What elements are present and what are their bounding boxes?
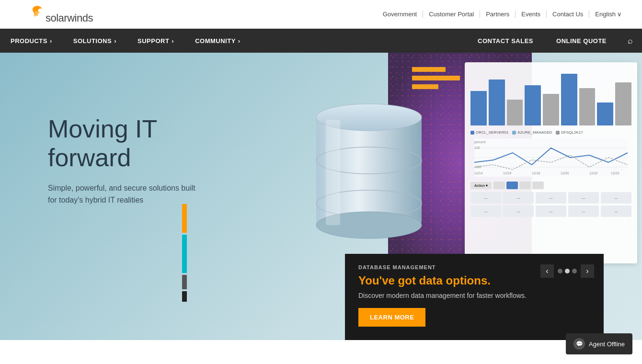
card-dots <box>558 269 577 273</box>
online-quote-button[interactable]: ONLINE QUOTE <box>545 29 618 53</box>
database-visual <box>307 77 431 268</box>
line-chart: 12/14 12/16 12/18 12/20 12/22 12/23 perc… <box>470 138 631 177</box>
deco-bar-gray <box>182 275 187 289</box>
arrow-right-icon: › <box>586 267 588 275</box>
svg-text:12/20: 12/20 <box>561 171 569 175</box>
svg-text:12/18: 12/18 <box>532 171 540 175</box>
nav-solutions-label: SOLUTIONS <box>73 37 112 45</box>
card-dot-3[interactable] <box>572 269 577 273</box>
chat-icon: 💬 <box>573 338 585 350</box>
nav-support[interactable]: SUPPORT › <box>127 29 184 53</box>
nav-products-label: PRODUCTS <box>11 37 47 45</box>
logo[interactable]: solarwinds <box>14 2 110 26</box>
deco-bar-black <box>182 291 187 302</box>
bar-5 <box>543 94 559 125</box>
hero-title: Moving ITforward <box>48 115 201 172</box>
top-links: Government Customer Portal Partners Even… <box>377 11 628 18</box>
card-description: Discover modern data management for fast… <box>358 292 590 299</box>
y-bar-1 <box>412 67 446 72</box>
data-grid: — — — — — — — — — — <box>470 192 631 217</box>
svg-text:percent: percent <box>474 140 485 144</box>
svg-text:12/14: 12/14 <box>474 171 483 175</box>
toggle-4[interactable] <box>532 182 544 189</box>
bar-7 <box>579 88 596 125</box>
grid-cell-4: — <box>568 192 599 204</box>
top-bar: solarwinds Government Customer Portal Pa… <box>0 0 642 29</box>
language-label: English <box>595 11 616 18</box>
logo-area[interactable]: solarwinds <box>14 2 110 26</box>
card-dot-2[interactable] <box>565 269 570 273</box>
action-row: Action ▾ <box>470 182 631 189</box>
agent-offline-widget[interactable]: 💬 Agent Offline <box>566 333 632 354</box>
svg-text:12/23: 12/23 <box>611 171 619 175</box>
search-button[interactable]: ⌕ <box>618 29 642 53</box>
solutions-chevron-icon: › <box>114 37 116 45</box>
grid-cell-2: — <box>503 192 534 204</box>
government-link[interactable]: Government <box>377 11 424 18</box>
grid-cell-9: — <box>568 205 599 217</box>
grid-cell-5: — <box>601 192 631 204</box>
nav-bar: PRODUCTS › SOLUTIONS › SUPPORT › COMMUNI… <box>0 29 642 53</box>
deco-bar-cyan <box>182 235 187 273</box>
bar-3 <box>507 100 523 125</box>
nav-right: CONTACT SALES ONLINE QUOTE ⌕ <box>466 29 642 53</box>
svg-text:100: 100 <box>474 146 480 149</box>
toggle-buttons <box>493 182 544 189</box>
legend-1: ORCL_SERVER01 <box>470 130 508 135</box>
svg-text:solarwinds: solarwinds <box>46 12 93 24</box>
grid-cell-6: — <box>470 205 501 217</box>
chart-legend: ORCL_SERVER01 AZURE_MANAGED DFSQL2K17 <box>470 130 631 135</box>
card-next-button[interactable]: › <box>581 264 594 278</box>
legend-3: DFSQL2K17 <box>556 130 583 135</box>
bar-1 <box>470 91 487 125</box>
chat-bubble-icon: 💬 <box>576 341 583 347</box>
grid-cell-1: — <box>470 192 501 204</box>
community-chevron-icon: › <box>238 37 241 45</box>
card-overlay: ‹ › DATABASE MANAGEMENT You've got data … <box>345 254 604 340</box>
contact-sales-label: CONTACT SALES <box>478 37 533 45</box>
online-quote-label: ONLINE QUOTE <box>556 37 607 45</box>
decorative-bars <box>182 204 187 302</box>
nav-community-label: COMMUNITY <box>195 37 236 45</box>
nav-products[interactable]: PRODUCTS › <box>0 29 63 53</box>
toggle-1[interactable] <box>493 182 505 189</box>
svg-text:12/22: 12/22 <box>589 171 598 175</box>
card-prev-button[interactable]: ‹ <box>540 264 554 278</box>
svg-rect-6 <box>326 120 340 225</box>
contact-us-link[interactable]: Contact Us <box>547 11 589 18</box>
hero-subtitle: Simple, powerful, and secure solutions b… <box>48 182 201 206</box>
legend-label-2: AZURE_MANAGED <box>517 130 552 135</box>
legend-dot-3 <box>556 131 560 135</box>
toggle-3[interactable] <box>519 182 531 189</box>
legend-dot-2 <box>512 131 516 135</box>
contact-sales-button[interactable]: CONTACT SALES <box>466 29 545 53</box>
search-icon: ⌕ <box>628 36 633 46</box>
language-selector[interactable]: English ∨ <box>589 11 628 18</box>
grid-cell-3: — <box>536 192 566 204</box>
nav-solutions[interactable]: SOLUTIONS › <box>63 29 127 53</box>
toggle-2[interactable] <box>506 182 518 189</box>
nav-support-label: SUPPORT <box>138 37 169 45</box>
partners-link[interactable]: Partners <box>480 11 516 18</box>
grid-cell-8: — <box>536 205 566 217</box>
card-navigation: ‹ › <box>540 264 594 278</box>
hero-text-block: Moving ITforward Simple, powerful, and s… <box>48 115 201 206</box>
grid-cell-10: — <box>601 205 631 217</box>
customer-portal-link[interactable]: Customer Portal <box>423 11 480 18</box>
bar-9 <box>615 82 631 125</box>
bar-6 <box>561 74 577 125</box>
products-chevron-icon: › <box>50 37 52 45</box>
agent-offline-label: Agent Offline <box>589 341 625 348</box>
legend-label-1: ORCL_SERVER01 <box>476 130 508 135</box>
hero-section: Moving ITforward Simple, powerful, and s… <box>0 53 642 340</box>
events-link[interactable]: Events <box>516 11 547 18</box>
support-chevron-icon: › <box>172 37 174 45</box>
bar-chart <box>470 68 631 125</box>
deco-bar-orange <box>182 204 187 233</box>
svg-text:12/16: 12/16 <box>503 171 512 175</box>
bar-8 <box>597 102 613 125</box>
learn-more-button[interactable]: LEARN MORE <box>358 308 425 327</box>
card-dot-1[interactable] <box>558 269 562 273</box>
nav-community[interactable]: COMMUNITY › <box>184 29 251 53</box>
action-button[interactable]: Action ▾ <box>470 182 492 189</box>
